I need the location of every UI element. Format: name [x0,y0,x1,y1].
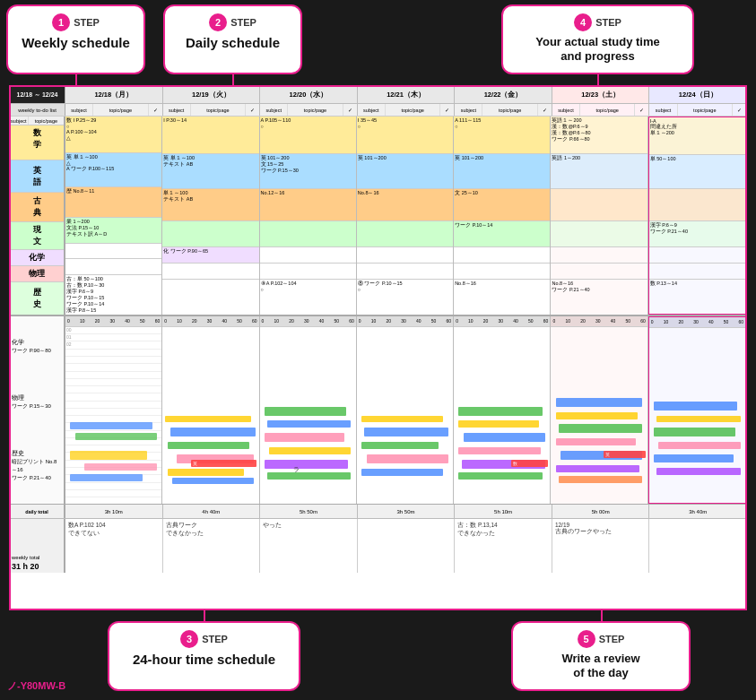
time-subject-history: 歴史暗記プリント No.8～16ワーク P.21～40 [12,449,62,482]
subject-physics: 物理 [10,266,64,282]
col-subject-5: subject [455,104,482,116]
step5-box: 5 STEP Write a reviewof the day [511,621,691,691]
step2-box: 2 STEP Daily schedule [163,4,302,74]
time-grid-mon: 0102030405060 00 01 02 [65,316,162,504]
subject-math: 数学 [10,125,64,160]
subject-classical: 古典 [10,193,64,222]
day-header-fri: 12/22（金） [455,86,552,103]
col-topic-2: topic/page [191,104,246,116]
step2-title: Daily schedule [176,35,290,51]
note-sun [649,519,746,573]
day-header-sat: 12/23（土） [552,86,650,103]
day-col-sat: 英語１～200 漢：数@P.6～9 漢：数@P.6～80 ワーク P.66～80… [551,117,647,315]
sidebar-topic-header: topic/page [29,117,64,125]
step1-label: STEP [74,17,100,28]
day-col-thu: I 35～45○ 英 101～200 No.8～16 ⑧ ワーク P.10～15… [357,117,454,315]
col-topic-3: topic/page [288,104,343,116]
total-tue: 4h 40m [163,505,261,518]
watermark: ノ-Y80MW-B [7,679,65,693]
day-header-wed: 12/20（水） [260,86,358,103]
time-labels: 化学ワーク P.90～80 物理ワーク P.15～30 歴史暗記プリント No.… [10,316,65,504]
step3-number: 3 [180,630,198,648]
week-range: 12/18 ～ 12/24 [10,86,65,103]
subject-english: 英語 [10,160,64,193]
time-grid-sun: 0102030405060 [648,316,746,504]
subject-modern: 現文 [10,222,64,250]
step1-number: 1 [52,13,70,31]
note-wed: やった [260,519,358,573]
col-topic-7: topic/page [678,104,733,116]
step3-label: STEP [202,634,228,644]
total-mon: 3h 10m [65,505,163,518]
col-subject-4: subject [358,104,386,116]
daily-totals-row: daily total 3h 10m 4h 40m 5h 50m 3h 50m … [10,505,746,519]
total-sat: 5h 00m [552,505,650,518]
step5-number: 5 [578,630,595,648]
time-grid-wed: 0102030405060 ラ [260,316,357,504]
note-sat: 12/19古典のワークやった [552,519,650,573]
total-sun: 3h 40m [649,505,746,518]
sidebar-subject-header: subject [10,117,29,125]
total-thu: 3h 50m [358,505,456,518]
step1-title: Weekly schedule [19,35,133,51]
todo-list-header: weekly to-do list [10,104,65,116]
day-header-tue: 12/19（火） [163,86,261,103]
col-check-5: ✓ [538,104,552,116]
day-col-wed: A P.105～110○ 英 101～200 文 15～25 ワーク P.15～… [260,117,357,315]
col-check-2: ✓ [246,104,259,116]
note-fri: 古：数 P.13,14できなかった [455,519,552,573]
col-check-4: ✓ [440,104,454,116]
day-header-sun: 12/24（日） [649,86,746,103]
col-subject-2: subject [163,104,191,116]
col-check-6: ✓ [635,104,648,116]
weekly-total-area: weekly total 31 h 20 [10,519,65,573]
col-check-3: ✓ [343,104,357,116]
col-subject-3: subject [260,104,288,116]
time-grid-thu: 0102030405060 [357,316,454,504]
note-tue: 古典ワークできなかった [163,519,261,573]
time-grid-sat: 0102030405060 英 [551,316,647,504]
step5-label: STEP [599,634,625,644]
time-subject-chem: 化学ワーク P.90～80 [12,338,62,355]
daily-total-label: daily total [10,505,65,518]
step4-number: 4 [574,13,592,31]
step3-title: 24-hour time schedule [120,652,288,668]
note-mon: 数A P.102 104できてない [65,519,163,573]
day-header-mon: 12/18（月） [65,86,163,103]
step2-label: STEP [230,17,256,28]
weekly-total-label: weekly total [12,555,62,560]
step4-label: STEP [595,17,621,28]
col-check-1: ✓ [149,104,162,116]
col-subject-1: subject [65,104,93,116]
day-col-tue: I P.30～14 英 単１～100 テキスト AB 単１～100 テキスト A… [162,117,259,315]
col-topic-1: topic/page [93,104,148,116]
col-subject-7: subject [649,104,677,116]
step5-connector [601,609,603,621]
step4-title: Your actual study timeand progress [514,35,682,63]
subject-history: 歴史 [10,282,64,315]
col-topic-6: topic/page [580,104,635,116]
total-wed: 5h 50m [260,505,358,518]
day-col-fri: A 111～115○ 英 101～200 文 25～10 ワーク P.10～14 [454,117,551,315]
subject-chem: 化学 [10,250,64,266]
day-col-sun: I-A 問違えた所 単１～200 単 50～100 漢字 P.6～9 ワーク P… [648,117,746,315]
time-subject-physics: 物理ワーク P.15～30 [12,393,62,410]
step4-box: 4 STEP Your actual study timeand progres… [501,4,694,74]
note-thu [358,519,456,573]
step1-box: 1 STEP Weekly schedule [6,4,145,74]
step3-box: 3 STEP 24-hour time schedule [108,621,300,691]
time-grid-tue: 0102030405060 英 [162,316,259,504]
spreadsheet: 12/18 ～ 12/24 12/18（月） 12/19（火） 12/20（水）… [9,85,747,610]
day-col-mon: 数 I P.25～29○ A P.100～104△ 英 単１～100△ A ワー… [65,117,162,315]
col-check-7: ✓ [733,104,746,116]
step3-connector [204,609,205,621]
step2-number: 2 [209,13,227,31]
time-grid-fri: 0102030405060 数 [454,316,551,504]
total-fri: 5h 10m [455,505,552,518]
col-topic-5: topic/page [482,104,537,116]
weekly-total-value: 31 h 20 [12,562,62,571]
step5-title: Write a reviewof the day [524,652,678,679]
main-container: 1 STEP Weekly schedule 2 STEP Daily sche… [0,0,756,700]
day-header-thu: 12/21（木） [358,86,456,103]
notes-area: weekly total 31 h 20 数A P.102 104できてない 古… [10,519,746,573]
